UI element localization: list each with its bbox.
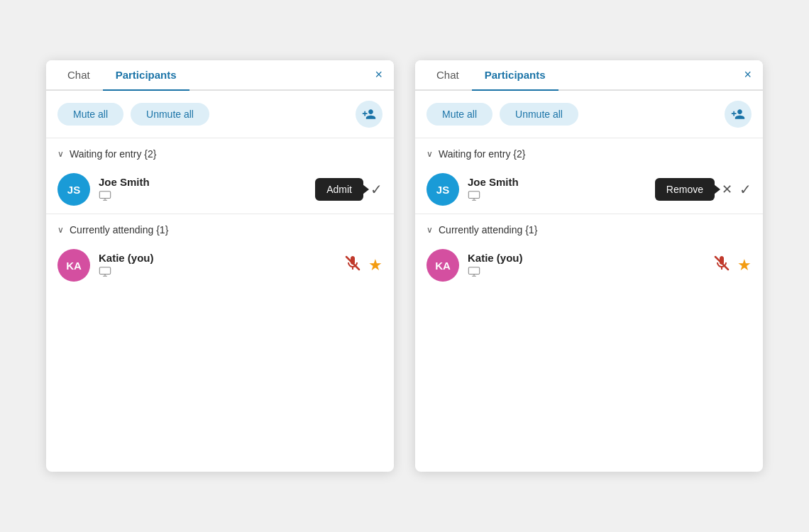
- participant-actions-katie-2: ★: [713, 255, 752, 276]
- avatar-katie-1: KA: [57, 249, 90, 282]
- tab-participants-2[interactable]: Participants: [472, 60, 558, 91]
- participant-name-katie-2: Katie (you): [468, 252, 523, 264]
- star-icon-katie-2[interactable]: ★: [737, 256, 752, 275]
- mute-icon-katie-1[interactable]: [344, 255, 361, 276]
- monitor-icon-joe-1: [99, 191, 150, 204]
- participant-name-joe-1: Joe Smith: [99, 176, 150, 188]
- tab-chat-1[interactable]: Chat: [55, 60, 103, 91]
- section-attending-2: ∨ Currently attending {1}: [415, 214, 763, 241]
- participant-name-joe-2: Joe Smith: [468, 176, 519, 188]
- section-waiting-1: ∨ Waiting for entry {2}: [46, 138, 394, 165]
- svg-rect-0: [99, 191, 110, 198]
- participant-info-katie-1: Katie (you): [99, 252, 154, 279]
- chevron-waiting-1: ∨: [57, 149, 64, 159]
- participant-info-katie-2: Katie (you): [468, 252, 523, 279]
- mute-icon-katie-2[interactable]: [713, 255, 730, 276]
- section-attending-1: ∨ Currently attending {1}: [46, 214, 394, 241]
- participant-row-joe-1: JS Joe Smith Admit ✓: [46, 165, 394, 214]
- participant-name-katie-1: Katie (you): [99, 252, 154, 264]
- remove-button-2[interactable]: Remove: [655, 178, 715, 201]
- add-person-button-2[interactable]: [725, 101, 752, 128]
- close-button-1[interactable]: ×: [369, 62, 385, 88]
- chevron-waiting-2: ∨: [426, 149, 433, 159]
- participant-info-joe-1: Joe Smith: [99, 176, 150, 204]
- monitor-icon-joe-2: [468, 191, 519, 204]
- panel-2: Chat Participants × Mute all Unmute all …: [415, 60, 763, 472]
- participant-row-joe-2: JS Joe Smith Remove ✕ ✓: [415, 165, 763, 214]
- section-waiting-label-1: Waiting for entry {2}: [70, 148, 156, 160]
- avatar-katie-2: KA: [426, 249, 459, 282]
- monitor-icon-katie-2: [468, 267, 523, 279]
- x-icon-joe-2[interactable]: ✕: [722, 182, 732, 197]
- check-icon-joe-2[interactable]: ✓: [739, 181, 752, 198]
- mute-all-button-2[interactable]: Mute all: [426, 103, 492, 126]
- section-attending-label-1: Currently attending {1}: [70, 224, 168, 235]
- action-row-1: Mute all Unmute all: [46, 91, 394, 138]
- action-row-2: Mute all Unmute all: [415, 91, 763, 138]
- chevron-attending-1: ∨: [57, 225, 64, 235]
- participant-row-katie-1: KA Katie (you) ★: [46, 241, 394, 289]
- star-icon-katie-1[interactable]: ★: [368, 256, 383, 275]
- svg-rect-4: [468, 267, 479, 274]
- tab-participants-1[interactable]: Participants: [103, 60, 189, 91]
- unmute-all-button-1[interactable]: Unmute all: [131, 103, 209, 126]
- chevron-attending-2: ∨: [426, 225, 433, 235]
- section-attending-label-2: Currently attending {1}: [439, 224, 537, 235]
- tab-bar-2: Chat Participants ×: [415, 60, 763, 91]
- svg-rect-1: [99, 267, 110, 274]
- participant-actions-katie-1: ★: [344, 255, 383, 276]
- participant-info-joe-2: Joe Smith: [468, 176, 519, 204]
- svg-rect-3: [468, 191, 479, 198]
- unmute-all-button-2[interactable]: Unmute all: [500, 103, 578, 126]
- section-waiting-label-2: Waiting for entry {2}: [439, 148, 525, 160]
- avatar-joe-1: JS: [57, 173, 90, 206]
- close-button-2[interactable]: ×: [738, 62, 754, 88]
- participant-actions-joe-2: Remove ✕ ✓: [655, 178, 752, 201]
- monitor-icon-katie-1: [99, 267, 154, 279]
- check-icon-joe-1[interactable]: ✓: [370, 181, 383, 198]
- participant-row-katie-2: KA Katie (you) ★: [415, 241, 763, 289]
- tab-bar-1: Chat Participants ×: [46, 60, 394, 91]
- panel-1: Chat Participants × Mute all Unmute all …: [46, 60, 394, 472]
- panels-container: Chat Participants × Mute all Unmute all …: [18, 32, 791, 500]
- admit-button-1[interactable]: Admit: [315, 178, 363, 201]
- participant-actions-joe-1: Admit ✓: [315, 178, 383, 201]
- section-waiting-2: ∨ Waiting for entry {2}: [415, 138, 763, 165]
- mute-all-button-1[interactable]: Mute all: [57, 103, 123, 126]
- tab-chat-2[interactable]: Chat: [424, 60, 472, 91]
- avatar-joe-2: JS: [426, 173, 459, 206]
- add-person-button-1[interactable]: [356, 101, 383, 128]
